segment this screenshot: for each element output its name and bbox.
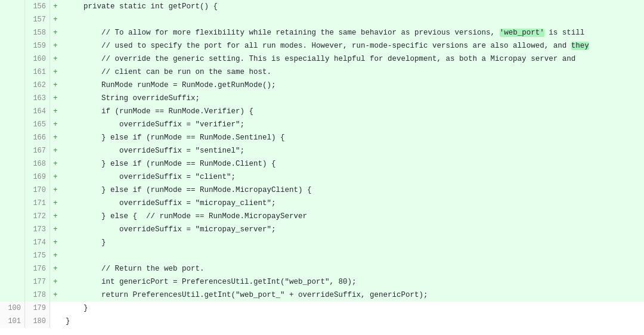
- line-num-new: 157: [25, 13, 50, 26]
- line-num-new: 172: [25, 210, 50, 223]
- line-content: }: [61, 315, 644, 328]
- diff-marker: +: [50, 289, 61, 302]
- line-num-new: 176: [25, 262, 50, 275]
- diff-marker: +: [50, 144, 61, 157]
- diff-marker: +: [50, 197, 61, 210]
- line-num-old: [0, 39, 25, 52]
- line-num-old: [0, 52, 25, 66]
- table-row: 101180}: [0, 315, 644, 328]
- line-content: return PreferencesUtil.getInt("web_port_…: [61, 289, 644, 302]
- line-num-old: [0, 289, 25, 302]
- line-content: } else { // runMode == RunMode.MicropayS…: [61, 210, 644, 223]
- table-row: 171+ overrideSuffix = "micropay_client";: [0, 197, 644, 210]
- line-num-new: 159: [25, 39, 50, 52]
- line-num-new: 180: [25, 315, 50, 328]
- table-row: 158+ // To allow for more flexibility wh…: [0, 26, 644, 39]
- line-num-old: [0, 13, 25, 26]
- line-content: } else if (runMode == RunMode.Sentinel) …: [61, 131, 644, 144]
- line-content: } else if (runMode == RunMode.MicropayCl…: [61, 184, 644, 197]
- line-content: }: [61, 302, 644, 315]
- table-row: 170+ } else if (runMode == RunMode.Micro…: [0, 184, 644, 197]
- line-num-old: [0, 249, 25, 262]
- line-num-new: 169: [25, 170, 50, 184]
- table-row: 172+ } else { // runMode == RunMode.Micr…: [0, 210, 644, 223]
- table-row: 169+ overrideSuffix = "client";: [0, 170, 644, 184]
- line-num-old: [0, 66, 25, 79]
- line-content: } else if (runMode == RunMode.Client) {: [61, 157, 644, 170]
- diff-marker: [50, 315, 61, 328]
- diff-marker: +: [50, 249, 61, 262]
- table-row: 174+ }: [0, 236, 644, 249]
- line-num-old: [0, 262, 25, 275]
- line-num-old: 100: [0, 302, 25, 315]
- diff-marker: +: [50, 66, 61, 79]
- diff-marker: +: [50, 105, 61, 118]
- line-num-old: [0, 79, 25, 92]
- line-num-old: [0, 105, 25, 118]
- code-diff-view: 156+ private static int getPort() {157+1…: [0, 0, 644, 335]
- diff-marker: +: [50, 79, 61, 92]
- line-num-old: 101: [0, 315, 25, 328]
- line-content: RunMode runMode = RunMode.getRunMode();: [61, 79, 644, 92]
- line-num-old: [0, 210, 25, 223]
- table-row: 167+ overrideSuffix = "sentinel";: [0, 144, 644, 157]
- diff-marker: +: [50, 39, 61, 52]
- line-num-new: 156: [25, 0, 50, 13]
- line-num-old: [0, 223, 25, 236]
- diff-marker: +: [50, 118, 61, 131]
- table-row: 161+ // client can be run on the same ho…: [0, 66, 644, 79]
- line-num-old: [0, 184, 25, 197]
- line-num-new: 163: [25, 92, 50, 105]
- table-row: 162+ RunMode runMode = RunMode.getRunMod…: [0, 79, 644, 92]
- table-row: 166+ } else if (runMode == RunMode.Senti…: [0, 131, 644, 144]
- diff-marker: +: [50, 236, 61, 249]
- diff-marker: +: [50, 13, 61, 26]
- diff-marker: +: [50, 223, 61, 236]
- line-content: [61, 249, 644, 262]
- line-num-new: 170: [25, 184, 50, 197]
- line-content: // Return the web port.: [61, 262, 644, 275]
- line-num-new: 166: [25, 131, 50, 144]
- line-content: // client can be run on the same host.: [61, 66, 644, 79]
- diff-marker: +: [50, 52, 61, 66]
- line-content: overrideSuffix = "sentinel";: [61, 144, 644, 157]
- line-content: }: [61, 236, 644, 249]
- line-num-old: [0, 118, 25, 131]
- line-num-old: [0, 197, 25, 210]
- table-row: 168+ } else if (runMode == RunMode.Clien…: [0, 157, 644, 170]
- line-num-old: [0, 144, 25, 157]
- table-row: 173+ overrideSuffix = "micropay_server";: [0, 223, 644, 236]
- line-content: // override the generic setting. This is…: [61, 52, 644, 66]
- line-content: if (runMode == RunMode.Verifier) {: [61, 105, 644, 118]
- table-row: 165+ overrideSuffix = "verifier";: [0, 118, 644, 131]
- diff-marker: +: [50, 157, 61, 170]
- line-num-new: 164: [25, 105, 50, 118]
- table-row: 163+ String overrideSuffix;: [0, 92, 644, 105]
- line-num-new: 178: [25, 289, 50, 302]
- diff-marker: +: [50, 26, 61, 39]
- table-row: 177+ int genericPort = PreferencesUtil.g…: [0, 275, 644, 289]
- line-num-new: 167: [25, 144, 50, 157]
- line-num-new: 165: [25, 118, 50, 131]
- line-content: [61, 13, 644, 26]
- line-num-new: 161: [25, 66, 50, 79]
- line-content: private static int getPort() {: [61, 0, 644, 13]
- table-row: 100179 }: [0, 302, 644, 315]
- highlight-webport: 'web_port': [500, 29, 544, 37]
- table-row: 176+ // Return the web port.: [0, 262, 644, 275]
- line-content: overrideSuffix = "client";: [61, 170, 644, 184]
- diff-marker: +: [50, 262, 61, 275]
- highlight-they: they: [571, 42, 589, 50]
- table-row: 160+ // override the generic setting. Th…: [0, 52, 644, 66]
- line-num-new: 174: [25, 236, 50, 249]
- line-content: String overrideSuffix;: [61, 92, 644, 105]
- line-content: int genericPort = PreferencesUtil.getInt…: [61, 275, 644, 289]
- line-num-old: [0, 236, 25, 249]
- line-num-old: [0, 26, 25, 39]
- line-num-new: 168: [25, 157, 50, 170]
- line-num-old: [0, 157, 25, 170]
- line-num-new: 171: [25, 197, 50, 210]
- table-row: 156+ private static int getPort() {: [0, 0, 644, 13]
- line-num-old: [0, 170, 25, 184]
- table-row: 164+ if (runMode == RunMode.Verifier) {: [0, 105, 644, 118]
